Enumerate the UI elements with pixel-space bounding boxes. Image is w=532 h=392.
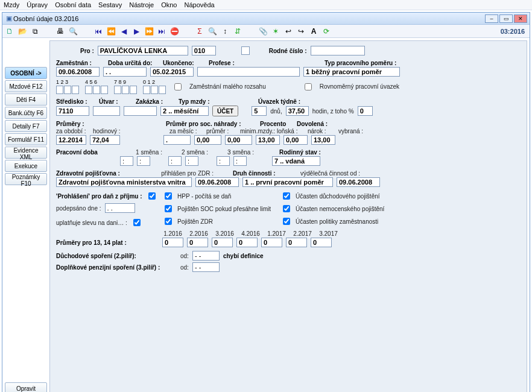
- sidebar-evidence[interactable]: Evidence XML: [5, 147, 47, 159]
- soc-check[interactable]: [165, 205, 172, 212]
- s2a[interactable]: :: [168, 156, 182, 166]
- sidebar-detaily[interactable]: Detaily F7: [5, 120, 47, 132]
- duch-check[interactable]: [283, 192, 290, 200]
- s3b[interactable]: :: [233, 156, 247, 166]
- uvazek-pct[interactable]: 0: [358, 106, 373, 116]
- menu-osobni-data[interactable]: Osobní data: [55, 1, 91, 8]
- zakazka-val[interactable]: [124, 106, 157, 116]
- back-arrow-icon[interactable]: ↩: [283, 27, 293, 36]
- druh-val[interactable]: 1 .. první pracovní poměr: [242, 177, 333, 187]
- last-icon[interactable]: ⏭: [157, 27, 166, 36]
- p13v2[interactable]: 0: [187, 238, 208, 247]
- numbox[interactable]: [143, 86, 150, 94]
- zp-date[interactable]: 09.06.2008: [195, 177, 239, 187]
- zdr-check[interactable]: [165, 218, 172, 225]
- p13v1[interactable]: 0: [162, 238, 183, 247]
- menu-napoveda[interactable]: Nápověda: [184, 1, 214, 8]
- numbox[interactable]: [122, 86, 129, 94]
- tools-icon[interactable]: ✶: [271, 27, 280, 36]
- ukonceno-date[interactable]: 05.02.2015: [150, 67, 194, 77]
- maximize-button[interactable]: ▭: [499, 14, 513, 23]
- nem-check[interactable]: [283, 205, 290, 212]
- sidebar-osobni[interactable]: OSOBNÍ ->: [5, 67, 47, 79]
- doba-date[interactable]: . .: [103, 67, 147, 77]
- pro-num[interactable]: 010: [192, 46, 216, 55]
- hpp-check[interactable]: [165, 192, 172, 200]
- p13v6[interactable]: 0: [286, 238, 307, 247]
- typ-pomeru[interactable]: 1 běžný pracovní poměr: [303, 67, 400, 77]
- rodne-field[interactable]: [311, 46, 365, 55]
- sidebar-poznamky[interactable]: Poznámky F10: [5, 173, 47, 185]
- new-icon[interactable]: 🗋: [5, 27, 14, 36]
- prev-page-icon[interactable]: ⏪: [106, 27, 116, 36]
- zp-val[interactable]: Zdravotní pojišťovna ministerstva vnitra: [56, 177, 192, 187]
- copy-icon[interactable]: ⧉: [30, 27, 40, 36]
- utvar-val[interactable]: [93, 106, 120, 116]
- numbox[interactable]: [101, 86, 108, 94]
- pro-name[interactable]: PAVLÍČKOVÁ LENKA: [98, 46, 188, 55]
- sidebar-deti[interactable]: Děti F4: [5, 93, 47, 106]
- numbox[interactable]: [114, 86, 121, 94]
- duch-od[interactable]: - -: [192, 251, 220, 261]
- s1a[interactable]: :: [120, 156, 133, 166]
- minim-val[interactable]: 0,00: [225, 135, 252, 145]
- p13v7[interactable]: 0: [311, 238, 332, 247]
- lonska-val[interactable]: 13,00: [256, 135, 280, 145]
- profese-field[interactable]: [197, 67, 300, 77]
- search-icon[interactable]: 🔍: [207, 27, 217, 36]
- prev-icon[interactable]: ◀: [119, 27, 128, 36]
- hodinovy-val[interactable]: 72,04: [90, 135, 120, 145]
- sidebar-bank[interactable]: Bank.účty F6: [5, 107, 47, 119]
- menu-okno[interactable]: Okno: [161, 1, 177, 8]
- uplatnuje-check[interactable]: [133, 219, 141, 226]
- dopln-od[interactable]: - -: [192, 262, 220, 272]
- next-icon[interactable]: ▶: [131, 27, 141, 36]
- typ-mzdy-val[interactable]: 2 .. měsíční: [160, 106, 209, 116]
- minimize-button[interactable]: –: [485, 14, 498, 23]
- numbox[interactable]: [93, 86, 100, 94]
- zamestnan-date[interactable]: 09.06.2008: [56, 67, 100, 77]
- numbox[interactable]: [64, 86, 71, 94]
- s1b[interactable]: :: [137, 156, 150, 166]
- menu-sestavy[interactable]: Sestavy: [98, 1, 122, 8]
- zam-check[interactable]: [283, 218, 290, 225]
- p13v5[interactable]: 0: [261, 238, 282, 247]
- uvazek-hod[interactable]: 37,50: [286, 106, 309, 116]
- uvazek-dnu[interactable]: 5: [252, 106, 267, 116]
- podepsano-val[interactable]: . .: [105, 203, 135, 213]
- stredisko-val[interactable]: 7110: [56, 106, 89, 116]
- refresh-icon[interactable]: ⟳: [321, 27, 331, 36]
- narok-val[interactable]: 0,00: [283, 135, 308, 145]
- numbox[interactable]: [56, 86, 63, 94]
- mesic-val[interactable]: .: [163, 135, 191, 145]
- open-icon[interactable]: 📂: [17, 27, 27, 36]
- menu-upravy[interactable]: Úpravy: [27, 1, 48, 8]
- p13v3[interactable]: 0: [212, 238, 233, 247]
- rodinny-val[interactable]: 7 .. vdaná: [272, 156, 320, 166]
- attach-icon[interactable]: 📎: [258, 27, 268, 36]
- menu-mzdy[interactable]: Mzdy: [4, 1, 19, 8]
- print-icon[interactable]: 🖶: [55, 27, 65, 36]
- numbox[interactable]: [151, 86, 158, 94]
- sum-icon[interactable]: Σ: [195, 27, 204, 36]
- numbox[interactable]: [72, 86, 79, 94]
- numbox[interactable]: [85, 86, 92, 94]
- obdobi-val[interactable]: 12.2014: [56, 135, 86, 145]
- sort-icon[interactable]: ↕: [220, 27, 230, 36]
- menu-nastroje[interactable]: Nástroje: [129, 1, 154, 8]
- font-icon[interactable]: A: [309, 27, 318, 36]
- s2b[interactable]: :: [185, 156, 198, 166]
- sidebar-mzdove[interactable]: Mzdové F12: [5, 80, 47, 92]
- stop-icon[interactable]: ⛔: [169, 27, 179, 36]
- next-page-icon[interactable]: ⏩: [144, 27, 154, 36]
- ucet-button[interactable]: ÚČET: [212, 106, 238, 116]
- rovnomerny-check[interactable]: [305, 83, 312, 90]
- fwd-arrow-icon[interactable]: ↪: [296, 27, 306, 36]
- sidebar-opravit[interactable]: Opravit: [5, 382, 47, 392]
- pro-checkbox[interactable]: [241, 46, 250, 55]
- zam-maly-check[interactable]: [174, 83, 182, 90]
- preview-icon[interactable]: 🔍: [68, 27, 78, 36]
- p13v4[interactable]: 0: [236, 238, 258, 247]
- first-icon[interactable]: ⏮: [93, 27, 103, 36]
- numbox[interactable]: [130, 86, 137, 94]
